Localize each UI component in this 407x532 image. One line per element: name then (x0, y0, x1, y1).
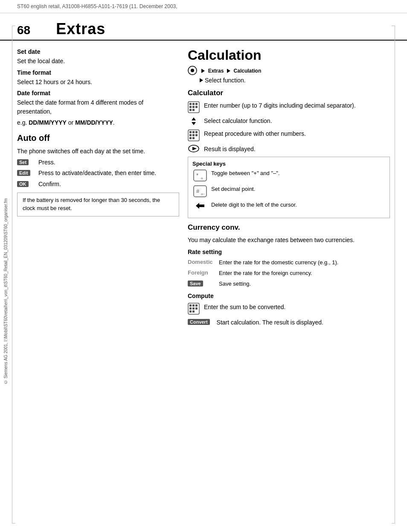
key-ok: OK Confirm. (17, 180, 179, 189)
key-set: Set Press. (17, 158, 179, 167)
auto-off-section: Auto off The phone switches off each day… (17, 132, 179, 216)
calc-step-2-desc: Select calculator function. (204, 117, 390, 125)
hash-key-desc: Set decimal point. (211, 185, 385, 193)
svg-rect-14 (189, 131, 192, 133)
set-date-heading: Set date (17, 47, 179, 56)
compute-step-convert: Convert Start calculation. The result is… (188, 318, 390, 327)
edit-badge: Edit (17, 170, 30, 176)
svg-rect-20 (189, 137, 192, 139)
save-badge: Save (188, 281, 203, 286)
date-format-text1: Select the date format from 4 different … (17, 98, 179, 116)
key-edit: Edit Press to activate/deactivate, then … (17, 169, 179, 178)
note-box: If the battery is removed for longer tha… (17, 193, 179, 216)
svg-rect-32 (192, 304, 195, 307)
oval-button-icon (188, 145, 200, 152)
tick-tl (12, 26, 15, 26)
set-badge: Set (17, 159, 29, 165)
currency-heading: Currency conv. (188, 222, 390, 233)
svg-rect-10 (192, 109, 195, 111)
calc-step-3-desc: Repeat procedure with other numbers. (204, 129, 390, 138)
special-keys-box: Special keys * o Toggle between "+" and … (188, 157, 390, 218)
nav-item2: Calculation (234, 68, 262, 74)
nav-item3: Select function. (205, 77, 246, 84)
ok-desc: Confirm. (38, 180, 179, 189)
currency-intro: You may calculate the exchange rates bet… (188, 236, 390, 244)
calc-step-3: Repeat procedure with other numbers. (188, 129, 390, 141)
calc-nav: Extras Calculation (188, 66, 390, 75)
svg-rect-18 (192, 134, 195, 136)
special-keys-title: Special keys (192, 161, 385, 167)
svg-rect-16 (195, 131, 198, 133)
ok-badge: OK (17, 181, 29, 187)
right-column: Calculation Extras Calculation Select fu… (188, 47, 390, 330)
auto-off-text: The phone switches off each day at the s… (17, 147, 179, 155)
svg-rect-37 (189, 310, 192, 313)
rate-foreign: Foreign Enter the rate for the foreign c… (188, 269, 390, 278)
page-title-area: 68 Extras (0, 13, 407, 41)
date-format-mid: or (67, 119, 75, 126)
hash-key-icon: # o~ (192, 185, 208, 199)
nav-arrow3 (200, 78, 203, 82)
svg-point-1 (191, 69, 194, 72)
date-format-text2: e.g. DD/MM/YYYY or MM/DD/YYYY. (17, 118, 179, 127)
special-key-star: * o Toggle between "+" and "–". (192, 170, 385, 183)
set-desc: Press. (38, 158, 179, 167)
svg-rect-31 (189, 304, 192, 307)
date-format-section: Date format Select the date format from … (17, 89, 179, 127)
svg-text:#: # (196, 188, 200, 194)
keypad-icon-3 (188, 303, 200, 315)
time-format-heading: Time format (17, 68, 179, 77)
menu-icon (188, 66, 197, 75)
svg-rect-5 (195, 103, 198, 105)
keypad-icon-1 (188, 101, 200, 113)
calc-step-1: Enter number (up to 7 digits including d… (188, 101, 390, 113)
svg-rect-7 (192, 106, 195, 108)
rate-setting-heading: Rate setting (188, 248, 390, 256)
svg-rect-8 (195, 106, 198, 108)
edit-desc: Press to activate/deactivate, then enter… (38, 169, 179, 178)
rate-save: Save Save setting. (188, 280, 390, 288)
set-date-section: Set date Set the local date. (17, 47, 179, 66)
svg-rect-6 (189, 106, 192, 108)
svg-rect-19 (195, 134, 198, 136)
back-key-desc: Delete digit to the left of the cursor. (211, 201, 385, 209)
calculator-heading: Calculator (188, 88, 390, 99)
save-desc: Save setting. (219, 280, 390, 288)
convert-badge-wrapper: Convert (188, 318, 212, 325)
date-format-mm: MM/DD/YYYY (75, 119, 113, 126)
set-date-text: Set the local date. (17, 57, 179, 65)
rate-table: Domestic Enter the rate for the domestic… (188, 259, 390, 288)
svg-rect-38 (192, 310, 195, 313)
calc-step-4: Result is displayed. (188, 145, 390, 153)
special-key-back: Delete digit to the left of the cursor. (192, 201, 385, 212)
back-key-icon (192, 201, 208, 212)
compute-step-1-desc: Enter the sum to be converted. (204, 303, 390, 311)
main-content: Set date Set the local date. Time format… (0, 47, 407, 330)
calc-step-2: Select calculator function. (188, 117, 390, 126)
tick-bl (12, 523, 15, 523)
page-header: ST60 english retail, A31008-H6855-A101-1… (0, 0, 407, 13)
nav-select: Select function. (188, 77, 390, 84)
page-title: Extras (56, 20, 105, 38)
header-text: ST60 english retail, A31008-H6855-A101-1… (17, 3, 177, 9)
foreign-desc: Enter the rate for the foreign currency. (219, 269, 390, 278)
svg-rect-34 (189, 307, 192, 310)
time-format-section: Time format Select 12 hours or 24 hours. (17, 68, 179, 87)
star-key-desc: Toggle between "+" and "–". (211, 170, 385, 177)
main-heading: Calculation (188, 47, 390, 63)
tick-br (392, 523, 395, 523)
star-key-icon: * o (192, 170, 208, 183)
nav-arrow1 (201, 69, 205, 73)
page-number: 68 (17, 23, 30, 37)
left-column: Set date Set the local date. Time format… (17, 47, 179, 330)
svg-rect-4 (192, 103, 195, 105)
keypad-icon-2 (188, 129, 200, 141)
svg-rect-3 (189, 103, 192, 105)
note-text: If the battery is removed for longer tha… (23, 197, 160, 211)
time-format-text: Select 12 hours or 24 hours. (17, 78, 179, 86)
date-format-heading: Date format (17, 89, 179, 97)
svg-text:o: o (201, 176, 203, 180)
date-format-suffix: . (113, 119, 115, 126)
compute-heading: Compute (188, 292, 390, 300)
auto-off-heading: Auto off (17, 132, 179, 144)
